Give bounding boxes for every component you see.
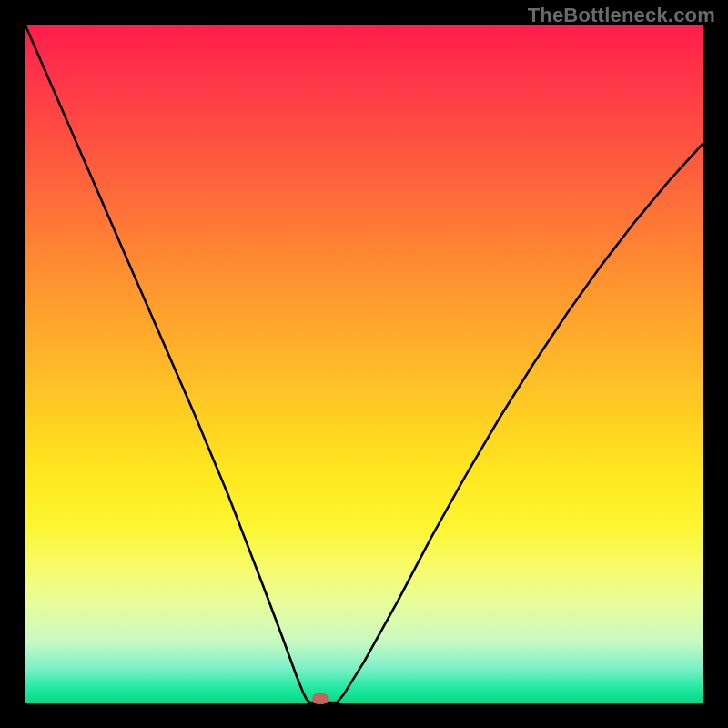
- chart-frame: TheBottleneck.com: [0, 0, 728, 728]
- curve-path: [25, 25, 703, 703]
- watermark-text: TheBottleneck.com: [528, 4, 715, 27]
- bottleneck-curve: [25, 25, 703, 703]
- plot-area: [25, 25, 703, 703]
- optimal-point-marker: [312, 693, 328, 704]
